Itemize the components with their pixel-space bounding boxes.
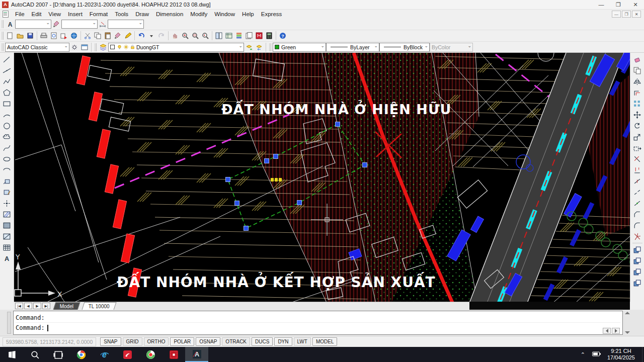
break-icon[interactable] <box>632 187 643 198</box>
close-button[interactable]: ✕ <box>627 0 644 9</box>
tray-chevron-icon[interactable]: ⌃ <box>581 351 585 358</box>
text-style-icon[interactable]: A <box>5 19 15 29</box>
redo-icon[interactable] <box>156 31 167 41</box>
grip-point[interactable] <box>363 163 367 167</box>
coordinates-readout[interactable]: 593980.5758, 1213173.2142, 0.0000 <box>3 337 96 346</box>
color-combo[interactable]: Green <box>273 43 326 52</box>
scroll-right-icon[interactable] <box>612 328 620 334</box>
stretch-icon[interactable] <box>632 142 643 153</box>
mdi-minimize-button[interactable]: — <box>612 11 621 18</box>
match-properties-icon[interactable] <box>113 31 123 41</box>
new-file-icon[interactable] <box>5 31 15 41</box>
polyline-icon[interactable] <box>2 76 13 87</box>
table-style-icon[interactable] <box>51 19 61 29</box>
layer-previous-icon[interactable] <box>254 42 264 52</box>
menu-express[interactable]: Express <box>258 10 286 18</box>
chrome-icon[interactable] <box>69 347 93 362</box>
circle-icon[interactable] <box>2 120 13 131</box>
properties-icon[interactable] <box>214 31 224 41</box>
status-toggle-snap[interactable]: SNAP <box>100 337 121 346</box>
pan-icon[interactable] <box>170 31 180 41</box>
mdi-close-button[interactable]: ✕ <box>632 11 641 18</box>
autocad-taskbar-icon[interactable]: A <box>185 347 208 362</box>
offset-icon[interactable] <box>632 87 643 98</box>
scroll-left-icon[interactable] <box>603 328 611 334</box>
point-icon[interactable] <box>2 198 13 209</box>
mdi-restore-button[interactable]: ❐ <box>622 11 631 18</box>
layer-combo[interactable]: DuongGT <box>108 43 244 52</box>
workspace-save-icon[interactable] <box>79 42 90 52</box>
zoom-window-icon[interactable] <box>190 31 200 41</box>
extend-icon[interactable] <box>632 164 643 175</box>
menu-file[interactable]: File <box>12 10 28 18</box>
erase-icon[interactable] <box>632 54 643 65</box>
plot-preview-icon[interactable] <box>49 31 59 41</box>
show-desktop-button[interactable] <box>642 347 644 362</box>
join-icon[interactable] <box>632 198 643 209</box>
explode-icon[interactable] <box>632 231 643 242</box>
line-icon[interactable] <box>2 54 13 65</box>
block-editor-icon[interactable] <box>123 31 133 41</box>
move-icon[interactable] <box>632 109 643 120</box>
restore-button[interactable]: ❐ <box>610 0 627 9</box>
status-toggle-model[interactable]: MODEL <box>312 337 338 346</box>
markup-icon[interactable] <box>254 31 264 41</box>
cut-icon[interactable] <box>83 31 93 41</box>
rotate-icon[interactable] <box>632 120 643 131</box>
designcenter-icon[interactable] <box>224 31 234 41</box>
draworder-front-icon[interactable] <box>632 244 643 255</box>
arc-icon[interactable] <box>2 109 13 120</box>
zoom-realtime-icon[interactable] <box>180 31 190 41</box>
grip-point[interactable] <box>297 201 302 205</box>
status-toggle-dyn[interactable]: DYN <box>274 337 292 346</box>
scale-icon[interactable] <box>632 131 643 142</box>
undo-dropdown-icon[interactable] <box>146 31 156 41</box>
tab-next-icon[interactable]: ▶ <box>33 303 41 309</box>
publish-icon[interactable] <box>59 31 69 41</box>
bulb-icon[interactable] <box>117 44 122 50</box>
tab-last-icon[interactable]: ▶| <box>42 303 50 309</box>
grip-point[interactable] <box>235 201 239 206</box>
model-tab[interactable]: Model <box>53 302 80 310</box>
quickcalc-icon[interactable] <box>264 31 274 41</box>
drawing-canvas[interactable]: X Y ĐẤT NHÓM NHÀ Ở HIỆN HỮU ĐẤT NHÓM NHÀ… <box>14 53 630 302</box>
dim-style-icon[interactable] <box>98 19 108 29</box>
make-block-icon[interactable] <box>2 187 13 198</box>
menu-dimension[interactable]: Dimension <box>152 10 187 18</box>
lock-icon[interactable] <box>130 44 135 50</box>
menu-modify[interactable]: Modify <box>187 10 211 18</box>
region-icon[interactable] <box>2 231 13 242</box>
toolbar-grip[interactable] <box>2 43 4 51</box>
layer-manager-icon[interactable] <box>98 42 108 52</box>
menu-format[interactable]: Format <box>86 10 111 18</box>
table-style-combo[interactable] <box>61 20 98 29</box>
spline-icon[interactable] <box>2 142 13 153</box>
undo-icon[interactable] <box>136 31 146 41</box>
plotstyle-combo[interactable]: ByColor <box>430 43 473 52</box>
hatch-icon[interactable] <box>2 209 13 220</box>
grip-point[interactable] <box>336 122 340 127</box>
polygon-icon[interactable] <box>2 87 13 98</box>
table-icon[interactable] <box>2 242 13 253</box>
command-splitter-handle[interactable] <box>7 312 11 334</box>
red-media-app-icon[interactable] <box>162 347 185 362</box>
status-toggle-ducs[interactable]: DUCS <box>252 337 273 346</box>
gradient-icon[interactable] <box>2 220 13 231</box>
menu-view[interactable]: View <box>45 10 64 18</box>
grip-point[interactable] <box>226 177 230 182</box>
status-toggle-polar[interactable]: POLAR <box>170 337 194 346</box>
command-scrollbar[interactable] <box>624 312 631 334</box>
workspace-settings-icon[interactable] <box>69 42 79 52</box>
menu-edit[interactable]: Edit <box>28 10 45 18</box>
toolbar-grip[interactable] <box>2 20 4 28</box>
draworder-above-icon[interactable] <box>632 266 643 278</box>
plot-icon[interactable] <box>39 31 49 41</box>
tool-palettes-icon[interactable] <box>234 31 244 41</box>
sun-icon[interactable] <box>123 44 129 50</box>
break-at-point-icon[interactable] <box>632 175 643 187</box>
workspace-combo[interactable]: AutoCAD Classic <box>5 43 69 52</box>
status-toggle-ortho[interactable]: ORTHO <box>144 337 169 346</box>
help-icon[interactable]: ? <box>278 31 288 41</box>
zoom-previous-icon[interactable] <box>200 31 210 41</box>
copy-icon[interactable] <box>93 31 103 41</box>
